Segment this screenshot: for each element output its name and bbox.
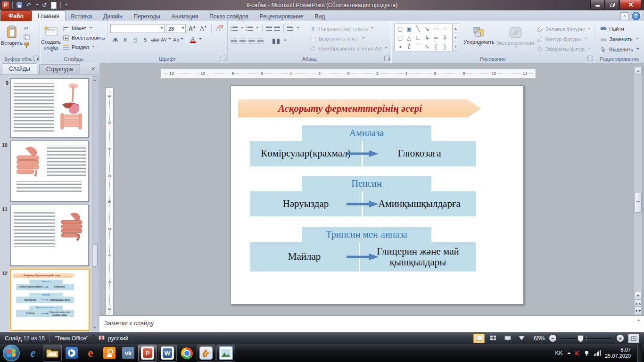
panel-scrollbar[interactable]: ▲ ▼ bbox=[92, 76, 99, 330]
paragraph-dialog-launcher-icon[interactable] bbox=[384, 56, 390, 61]
clipboard-dialog-launcher-icon[interactable] bbox=[33, 56, 39, 61]
enzyme-box-pepsin[interactable]: Пепсин bbox=[302, 176, 431, 191]
font-color-button[interactable]: А bbox=[188, 35, 198, 44]
drawing-dialog-launcher-icon[interactable] bbox=[587, 56, 593, 61]
zoom-in-icon[interactable]: + bbox=[616, 334, 624, 342]
shape-text-box-icon[interactable]: ▣ bbox=[405, 25, 413, 33]
panel-scroll-up-icon[interactable]: ▲ bbox=[92, 77, 97, 82]
shape-effects-button[interactable]: Эффекты фигур bbox=[534, 44, 592, 54]
columns-icon[interactable] bbox=[272, 39, 280, 44]
clear-formatting-icon[interactable]: A bbox=[215, 25, 224, 33]
taskbar-internet-explorer-icon[interactable]: e bbox=[24, 345, 42, 361]
change-case-button[interactable]: Aa bbox=[172, 35, 184, 44]
next-slide-icon[interactable]: ▼▼ bbox=[635, 307, 642, 314]
strikethrough-button[interactable]: abe bbox=[150, 35, 160, 44]
shape-elbow-arrow-icon[interactable]: ↳ bbox=[422, 33, 431, 41]
convert-smartart-button[interactable]: Преобразовать в SmartArt bbox=[308, 44, 389, 53]
enzyme-box-amylase[interactable]: Амилаза bbox=[302, 125, 431, 141]
shape-left-brace-icon[interactable]: { bbox=[431, 42, 440, 50]
theme-name[interactable]: "Тема Office" bbox=[50, 332, 93, 344]
kaspersky-tray-icon[interactable]: K bbox=[575, 350, 579, 357]
help-icon[interactable]: ? bbox=[632, 12, 640, 20]
align-left-icon[interactable] bbox=[231, 39, 237, 44]
zoom-out-icon[interactable]: − bbox=[549, 334, 557, 342]
tab-outline-pane[interactable]: Структура bbox=[39, 64, 80, 74]
shape-rounded-rect-icon[interactable]: ▢ bbox=[396, 25, 405, 33]
spellcheck-status[interactable]: русский bbox=[93, 332, 133, 344]
shape-elbow-icon[interactable]: ∟ bbox=[413, 33, 422, 41]
numbering-icon[interactable] bbox=[246, 26, 253, 31]
shape-oval-icon[interactable]: ○ bbox=[440, 25, 449, 33]
increase-indent-icon[interactable] bbox=[274, 26, 280, 31]
shape-rounded-rect2-icon[interactable]: ▢ bbox=[396, 33, 405, 41]
zoom-level[interactable]: 65% bbox=[534, 335, 545, 342]
product-box[interactable]: Глюкозаға bbox=[363, 141, 476, 166]
shape-down-arrow-icon[interactable]: ⇩ bbox=[440, 33, 449, 41]
font-dialog-launcher-icon[interactable] bbox=[221, 56, 226, 61]
align-center-icon[interactable] bbox=[239, 39, 246, 44]
undo-icon[interactable]: ↶ bbox=[25, 1, 33, 9]
quick-styles-button[interactable]: Экспресс-стили bbox=[496, 24, 534, 56]
font-size-combo[interactable]: 28 bbox=[166, 24, 186, 33]
decrease-indent-icon[interactable] bbox=[266, 26, 272, 31]
new-document-icon[interactable] bbox=[50, 1, 58, 9]
previous-slide-icon[interactable]: ▲▲ bbox=[635, 299, 642, 307]
enzyme-box-trypsin-lipase[interactable]: Трипсин мен липаза bbox=[302, 227, 431, 242]
start-button[interactable] bbox=[3, 345, 20, 362]
tab-transitions[interactable]: Переходы bbox=[128, 11, 166, 21]
notes-scroll-up-icon[interactable]: ▲ bbox=[636, 317, 642, 322]
copy-icon[interactable] bbox=[23, 33, 30, 41]
editor-scrollbar[interactable]: ▲ ▼ ▲▲ ▼▼ bbox=[634, 66, 643, 315]
taskbar-browser-icon[interactable]: e bbox=[82, 345, 99, 361]
restore-button[interactable] bbox=[605, 0, 619, 9]
shape-freeform-icon[interactable]: ◖ bbox=[396, 42, 405, 50]
redo-icon[interactable]: ↺ bbox=[41, 1, 48, 9]
close-button[interactable] bbox=[619, 0, 641, 9]
shape-triangle-icon[interactable]: △ bbox=[405, 33, 413, 41]
reset-button[interactable]: Восстановить bbox=[61, 33, 106, 42]
safely-remove-icon[interactable] bbox=[584, 350, 590, 356]
align-right-icon[interactable] bbox=[248, 39, 255, 44]
section-button[interactable]: Раздел bbox=[61, 42, 106, 52]
replace-button[interactable]: abc Заменить bbox=[598, 34, 642, 44]
taskbar-odnoklassniki-icon[interactable] bbox=[100, 345, 118, 361]
layout-button[interactable]: Макет bbox=[61, 24, 106, 33]
shape-line-icon[interactable]: ╲ bbox=[413, 25, 422, 33]
taskbar-media-player-icon[interactable] bbox=[63, 345, 81, 361]
taskbar-photo-viewer-icon[interactable] bbox=[216, 345, 235, 362]
shrink-font-icon[interactable]: A▼ bbox=[198, 25, 208, 33]
zoom-slider-thumb[interactable] bbox=[578, 335, 584, 343]
vertical-ruler[interactable]: 864 202 468 bbox=[105, 87, 114, 317]
shape-right-brace-icon[interactable]: } bbox=[440, 42, 449, 50]
substrate-box[interactable]: Майлар bbox=[250, 242, 359, 272]
slide-11-thumbnail[interactable] bbox=[10, 205, 89, 266]
tab-review[interactable]: Рецензирование bbox=[254, 11, 309, 21]
shape-fill-button[interactable]: Заливка фигуры bbox=[534, 25, 592, 34]
show-hidden-icons-icon[interactable] bbox=[567, 350, 571, 354]
paste-button[interactable]: Вставить bbox=[1, 23, 23, 55]
shapes-gallery[interactable]: ▢ ▣ ╲ ↘ ▭ ○ ▢ △ ∟ ↳ ⇨ ⇩ ◖ ζ ⌒ bbox=[394, 24, 453, 51]
shape-outline-button[interactable]: Контур фигуры bbox=[534, 34, 592, 44]
tab-design[interactable]: Дизайн bbox=[98, 11, 128, 21]
format-painter-icon[interactable] bbox=[23, 41, 30, 49]
shape-right-arrow-icon[interactable]: ⇨ bbox=[431, 33, 440, 41]
new-slide-button[interactable]: Создать слайд bbox=[41, 23, 61, 55]
bullets-icon[interactable] bbox=[231, 26, 238, 31]
slide-sorter-view-button[interactable] bbox=[488, 334, 499, 343]
align-text-button[interactable]: Выровнять текст bbox=[308, 34, 389, 43]
language-indicator[interactable]: KK bbox=[555, 350, 563, 356]
zoom-slider[interactable] bbox=[561, 334, 612, 343]
close-pane-icon[interactable]: ✕ bbox=[90, 66, 97, 72]
shapes-scroll-up-icon[interactable]: ▲ bbox=[453, 24, 459, 33]
tab-slides-pane[interactable]: Слайды bbox=[2, 63, 37, 74]
cut-icon[interactable]: ✂ bbox=[23, 25, 30, 32]
horizontal-ruler[interactable]: 12108 642 024 6810 12 bbox=[161, 69, 536, 78]
shapes-scroll-down-icon[interactable]: ▼ bbox=[453, 33, 459, 42]
tab-insert[interactable]: Вставка bbox=[66, 11, 98, 21]
taskbar-word-icon[interactable]: W bbox=[158, 345, 177, 362]
clock[interactable]: 8:07 25.07.2020 bbox=[605, 347, 633, 359]
taskbar-vk-icon[interactable]: vk bbox=[119, 345, 137, 361]
network-signal-icon[interactable] bbox=[594, 350, 601, 356]
panel-scroll-down-icon[interactable]: ▼ bbox=[92, 324, 97, 330]
panel-scroll-thumb[interactable] bbox=[93, 244, 98, 267]
